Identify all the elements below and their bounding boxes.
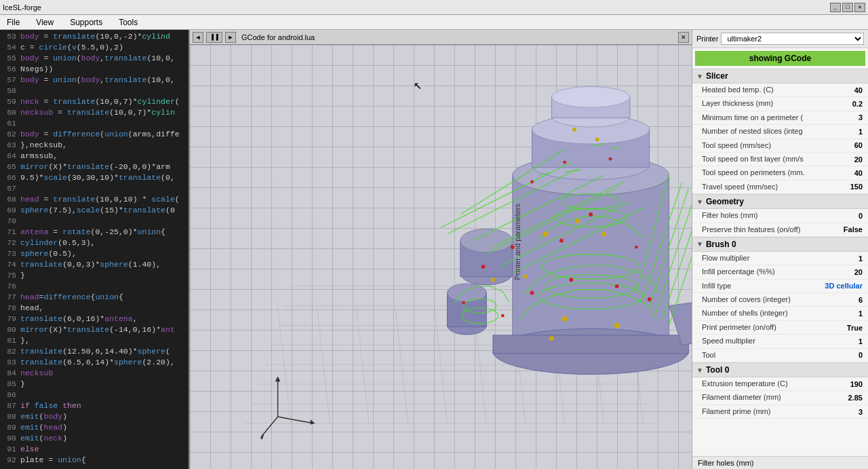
params-scroll-area[interactable]: ▼ Slicer Heated bed temp. (C) 40 Layer t… bbox=[692, 69, 868, 456]
code-line-81: 81 }, bbox=[0, 335, 189, 346]
code-line-56: 56 Nsegs)) bbox=[0, 64, 189, 75]
main-layout: 53 body = translate(10,0,-2)*cylind 54 c… bbox=[0, 30, 868, 469]
tool0-label: Tool 0 bbox=[706, 365, 729, 375]
params-header: Printer ultimaker2 bbox=[692, 30, 868, 48]
svg-point-78 bbox=[562, 316, 568, 322]
menu-bar: File View Supports Tools bbox=[0, 15, 868, 30]
svg-point-79 bbox=[601, 231, 606, 236]
slicer-arrow: ▼ bbox=[696, 73, 703, 80]
nav-prev-button[interactable]: ◄ bbox=[193, 32, 203, 43]
title-bar: IceSL-forge _ □ ✕ bbox=[0, 0, 868, 15]
code-line-92: 92 plate = union{ bbox=[0, 455, 189, 466]
tool0-arrow: ▼ bbox=[696, 367, 703, 374]
section-brush0[interactable]: ▼ Brush 0 bbox=[692, 237, 868, 252]
code-line-54: 54 c = circle(v(5.5,0),2) bbox=[0, 42, 189, 53]
close-button[interactable]: ✕ bbox=[854, 3, 865, 12]
param-travel-speed: Travel speed (mm/sec) 150 bbox=[692, 181, 868, 194]
geometry-arrow: ▼ bbox=[696, 198, 703, 206]
code-lines[interactable]: 53 body = translate(10,0,-2)*cylind 54 c… bbox=[0, 30, 189, 469]
svg-point-71 bbox=[563, 161, 566, 164]
3d-viewport[interactable]: ↖ bbox=[190, 45, 692, 469]
code-line-89: 89 emit(head) bbox=[0, 422, 189, 433]
svg-line-87 bbox=[278, 417, 314, 424]
3d-scene-svg bbox=[190, 45, 692, 469]
code-line-85: 85 } bbox=[0, 379, 189, 390]
gcode-nav-controls: ◄ ▐▐ ► GCode for android.lua bbox=[193, 32, 315, 43]
geometry-label: Geometry bbox=[706, 197, 744, 206]
section-slicer[interactable]: ▼ Slicer bbox=[692, 69, 868, 83]
svg-point-85 bbox=[491, 278, 495, 282]
code-line-91: 91 else bbox=[0, 444, 189, 455]
code-line-76: 76 bbox=[0, 281, 189, 292]
right-panel: Printer ultimaker2 showing GCode ▼ Slice… bbox=[692, 30, 868, 469]
menu-tools[interactable]: Tools bbox=[115, 16, 142, 29]
code-line-70: 70 bbox=[0, 216, 189, 227]
svg-point-83 bbox=[614, 323, 620, 329]
nav-pause-button[interactable]: ▐▐ bbox=[206, 32, 222, 43]
code-line-53: 53 body = translate(10,0,-2)*cylind bbox=[0, 31, 189, 42]
showing-gcode-button[interactable]: showing GCode bbox=[695, 51, 865, 66]
code-line-87: 87 if false then bbox=[0, 400, 189, 411]
param-num-covers: Number of covers (integer) 6 bbox=[692, 293, 868, 307]
menu-file[interactable]: File bbox=[3, 16, 24, 29]
maximize-button[interactable]: □ bbox=[842, 3, 853, 12]
code-line-55: 55 body = union(body,translate(10,0, bbox=[0, 53, 189, 64]
menu-view[interactable]: View bbox=[32, 16, 58, 29]
code-line-68: 68 head = translate(10,0,10) * scale( bbox=[0, 194, 189, 205]
status-text: Filter holes (mm) bbox=[698, 459, 754, 467]
code-line-86: 86 bbox=[0, 390, 189, 400]
section-tool0[interactable]: ▼ Tool 0 bbox=[692, 362, 868, 377]
svg-rect-34 bbox=[493, 335, 688, 354]
code-line-61: 61 bbox=[0, 118, 189, 129]
svg-point-29 bbox=[460, 229, 513, 252]
brush0-arrow: ▼ bbox=[696, 240, 703, 248]
param-preserve-thin-features: Preserve thin features (on/off) False bbox=[692, 223, 868, 237]
minimize-button[interactable]: _ bbox=[830, 3, 841, 12]
param-speed-multiplier: Speed multiplier 1 bbox=[692, 335, 868, 348]
svg-point-70 bbox=[530, 181, 534, 184]
gcode-panel: ◄ ▐▐ ► GCode for android.lua ✕ bbox=[190, 30, 692, 469]
gcode-title-bar: ◄ ▐▐ ► GCode for android.lua ✕ bbox=[190, 30, 692, 45]
param-tool-speed-first-layer: Tool speed on first layer (mm/s 20 bbox=[692, 153, 868, 166]
param-filament-prime: Filament prime (mm) 3 bbox=[692, 405, 868, 419]
svg-rect-19 bbox=[513, 175, 669, 335]
window-controls: _ □ ✕ bbox=[830, 3, 865, 12]
param-infill-percentage: Infill percentage (%%) 20 bbox=[692, 265, 868, 279]
code-line-71: 71 antena = rotate(0,-25,0)*union{ bbox=[0, 227, 189, 238]
code-line-67: 67 bbox=[0, 183, 189, 194]
svg-point-26 bbox=[551, 87, 629, 108]
param-layer-thickness: Layer thickness (mm) 0.2 bbox=[692, 97, 868, 111]
svg-point-66 bbox=[559, 239, 564, 243]
code-line-88: 88 emit(body) bbox=[0, 411, 189, 422]
slicer-label: Slicer bbox=[706, 71, 728, 81]
printer-label: Printer bbox=[696, 35, 718, 43]
param-tool-speed-perimeters: Tool speed on perimeters (mm. 40 bbox=[692, 166, 868, 180]
menu-supports[interactable]: Supports bbox=[66, 16, 106, 29]
param-min-time-perimeter: Minimum time on a perimeter ( 3 bbox=[692, 111, 868, 125]
svg-point-80 bbox=[524, 274, 528, 278]
svg-point-76 bbox=[542, 231, 548, 237]
param-num-shells: Number of shells (integer) 1 bbox=[692, 307, 868, 320]
svg-point-64 bbox=[615, 284, 619, 288]
param-flow-multiplier: Flow multiplier 1 bbox=[692, 252, 868, 265]
svg-point-62 bbox=[530, 291, 534, 295]
code-line-79: 79 translate(6,0,16)*antena, bbox=[0, 314, 189, 324]
code-line-84: 84 necksub bbox=[0, 368, 189, 379]
svg-point-73 bbox=[635, 246, 638, 249]
printer-select[interactable]: ultimaker2 bbox=[721, 33, 864, 45]
code-line-78: 78 head, bbox=[0, 303, 189, 314]
code-line-69: 69 sphere(7.5),scale(15)*translate(0 bbox=[0, 205, 189, 216]
code-line-63: 63 },necksub, bbox=[0, 140, 189, 151]
svg-point-82 bbox=[572, 128, 576, 132]
code-line-59: 59 neck = translate(10,0,7)*cylinder( bbox=[0, 96, 189, 107]
svg-point-69 bbox=[589, 212, 593, 217]
nav-next-button[interactable]: ► bbox=[225, 32, 236, 43]
code-line-90: 90 emit(neck) bbox=[0, 433, 189, 444]
section-geometry[interactable]: ▼ Geometry bbox=[692, 194, 868, 209]
svg-point-68 bbox=[511, 245, 515, 249]
app-title: IceSL-forge bbox=[3, 3, 41, 12]
code-line-75: 75 } bbox=[0, 270, 189, 281]
param-infill-type: Infill type 3D cellular bbox=[692, 280, 868, 293]
svg-point-65 bbox=[648, 297, 652, 301]
gcode-close-button[interactable]: ✕ bbox=[678, 32, 689, 43]
